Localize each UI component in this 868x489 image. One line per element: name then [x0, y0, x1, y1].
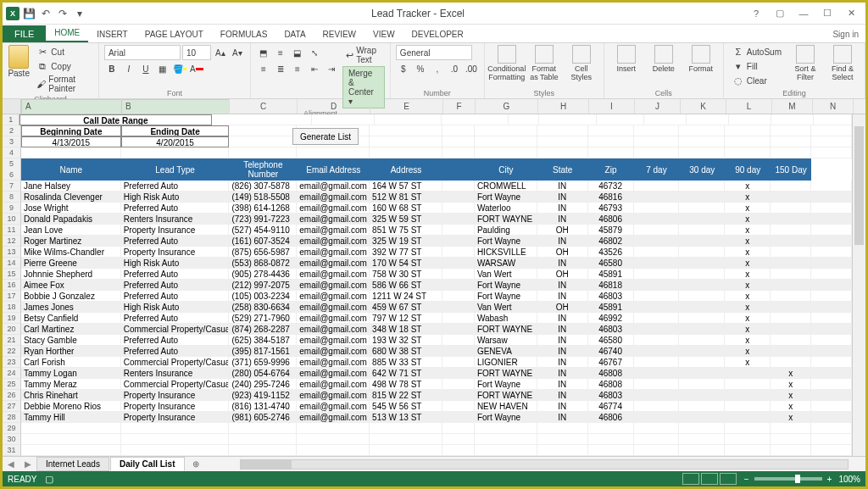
cell[interactable]: [811, 214, 852, 225]
cell[interactable]: [537, 434, 588, 445]
cell[interactable]: [229, 136, 297, 147]
cell[interactable]: [679, 302, 725, 313]
cell[interactable]: [370, 147, 442, 158]
cell[interactable]: [537, 423, 588, 434]
cell[interactable]: [537, 125, 588, 136]
cell[interactable]: 513 W 13 ST: [370, 412, 442, 423]
cell[interactable]: [509, 114, 538, 125]
cell[interactable]: email@gmail.com: [297, 401, 370, 412]
insert-cells-button[interactable]: Insert: [609, 45, 643, 74]
cell[interactable]: 758 W 30 ST: [370, 269, 442, 280]
cell[interactable]: OH: [537, 269, 588, 280]
cell[interactable]: 586 W 66 ST: [370, 280, 442, 291]
cell[interactable]: [442, 401, 475, 412]
cell[interactable]: High Risk Auto: [121, 302, 230, 313]
cell[interactable]: Fort Wayne: [475, 291, 537, 302]
cell[interactable]: OH: [537, 247, 588, 258]
cell[interactable]: Donald Papadakis: [21, 214, 121, 225]
table-header-cell[interactable]: Email Address: [297, 158, 370, 181]
table-header-cell[interactable]: Address: [370, 158, 442, 181]
cell[interactable]: (395) 817-1561: [229, 346, 297, 357]
cell[interactable]: x: [725, 214, 771, 225]
vertical-scrollbar[interactable]: [852, 114, 865, 456]
cell[interactable]: [679, 225, 725, 236]
cell[interactable]: [811, 335, 852, 346]
cell[interactable]: High Risk Auto: [121, 258, 230, 269]
cell[interactable]: [312, 114, 375, 125]
cell[interactable]: [811, 291, 852, 302]
cell[interactable]: [811, 247, 852, 258]
fill-button[interactable]: ▾Fill: [729, 59, 785, 73]
cell[interactable]: [634, 203, 680, 214]
cell[interactable]: IN: [537, 412, 588, 423]
cell[interactable]: [679, 247, 725, 258]
cell[interactable]: [811, 136, 852, 147]
cell[interactable]: Carl Forish: [21, 357, 121, 368]
cell[interactable]: [442, 302, 475, 313]
cell[interactable]: FORT WAYNE: [475, 214, 537, 225]
cell[interactable]: [679, 390, 725, 401]
align-right-icon[interactable]: ≡: [290, 61, 305, 76]
accounting-icon[interactable]: $: [396, 61, 411, 76]
cell[interactable]: [679, 214, 725, 225]
cell[interactable]: (529) 271-7960: [229, 313, 297, 324]
cell[interactable]: email@gmail.com: [297, 346, 370, 357]
cell[interactable]: x: [771, 379, 811, 390]
cell[interactable]: [687, 114, 729, 125]
maximize-icon[interactable]: ☐: [816, 5, 838, 22]
cell[interactable]: [442, 114, 509, 125]
cell[interactable]: [442, 192, 475, 203]
cell[interactable]: [679, 357, 725, 368]
cell[interactable]: Property Insurance: [121, 401, 230, 412]
cell[interactable]: x: [725, 236, 771, 247]
save-icon[interactable]: 💾: [21, 6, 36, 21]
cell[interactable]: [375, 114, 442, 125]
cell[interactable]: [121, 445, 230, 456]
row-header[interactable]: 26: [3, 390, 21, 401]
cell[interactable]: [771, 335, 811, 346]
cell[interactable]: [597, 114, 644, 125]
help-icon[interactable]: ?: [745, 5, 767, 22]
cell[interactable]: Fort Wayne: [475, 379, 537, 390]
row-header[interactable]: 21: [3, 335, 21, 346]
cell[interactable]: (625) 384-5187: [229, 335, 297, 346]
cell[interactable]: (923) 419-1152: [229, 390, 297, 401]
table-header-cell[interactable]: 30 day: [679, 158, 725, 181]
cell[interactable]: (875) 656-5987: [229, 247, 297, 258]
cell[interactable]: [370, 445, 442, 456]
cell[interactable]: x: [725, 225, 771, 236]
cell[interactable]: (105) 003-2234: [229, 291, 297, 302]
cell[interactable]: [442, 214, 475, 225]
cell[interactable]: email@gmail.com: [297, 236, 370, 247]
cell[interactable]: James Jones: [21, 302, 121, 313]
cell[interactable]: [297, 434, 370, 445]
cell[interactable]: Tammy Meraz: [21, 379, 121, 390]
underline-button[interactable]: U: [138, 61, 153, 76]
cell[interactable]: email@gmail.com: [297, 247, 370, 258]
cell[interactable]: x: [725, 269, 771, 280]
cell[interactable]: [771, 291, 811, 302]
cell[interactable]: x: [771, 401, 811, 412]
cell[interactable]: Jean Love: [21, 225, 121, 236]
cell[interactable]: IN: [537, 346, 588, 357]
cell[interactable]: [811, 269, 852, 280]
decrease-font-icon[interactable]: A▾: [230, 45, 245, 60]
cell[interactable]: [442, 247, 475, 258]
cell[interactable]: [442, 236, 475, 247]
cell[interactable]: x: [725, 258, 771, 269]
indent-dec-icon[interactable]: ⇤: [307, 61, 322, 76]
cell[interactable]: [442, 379, 475, 390]
row-header[interactable]: 23: [3, 357, 21, 368]
cell[interactable]: [634, 181, 680, 192]
cell[interactable]: [771, 181, 811, 192]
cell[interactable]: email@gmail.com: [297, 379, 370, 390]
cell[interactable]: 46806: [588, 214, 634, 225]
cell[interactable]: [634, 423, 680, 434]
cell[interactable]: [771, 247, 811, 258]
sort-filter-button[interactable]: Sort & Filter: [788, 45, 822, 82]
cell[interactable]: [771, 346, 811, 357]
cell[interactable]: x: [725, 280, 771, 291]
cell-styles-button[interactable]: Cell Styles: [565, 45, 598, 82]
cell[interactable]: [442, 324, 475, 335]
cell[interactable]: Preferred Auto: [121, 236, 230, 247]
